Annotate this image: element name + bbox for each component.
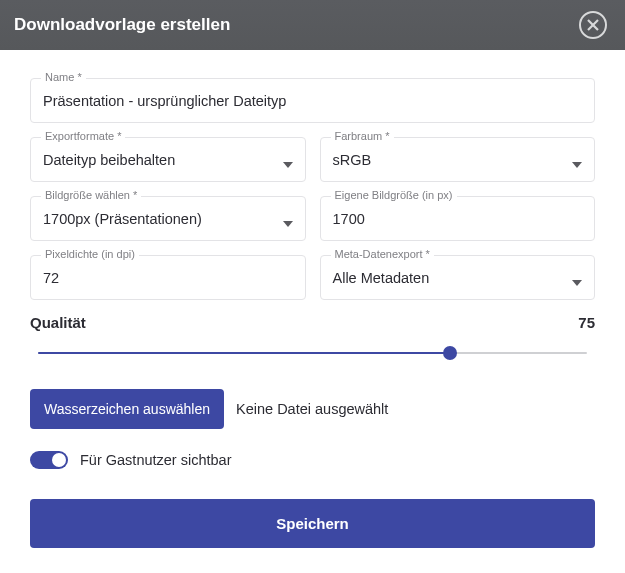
save-button[interactable]: Speichern <box>30 499 595 548</box>
slider-fill <box>38 352 450 354</box>
export-format-value: Dateityp beibehalten <box>43 152 175 168</box>
watermark-row: Wasserzeichen auswählen Keine Datei ausg… <box>30 389 595 429</box>
chevron-down-icon <box>572 155 582 165</box>
image-size-value: 1700px (Präsentationen) <box>43 211 202 227</box>
image-size-field[interactable]: Bildgröße wählen * 1700px (Präsentatione… <box>30 196 306 241</box>
color-space-value: sRGB <box>333 152 372 168</box>
custom-size-input[interactable] <box>321 197 595 240</box>
meta-export-select[interactable]: Alle Metadaten <box>321 256 595 299</box>
pixel-density-label: Pixeldichte (in dpi) <box>41 248 139 260</box>
name-field[interactable]: Name * <box>30 78 595 123</box>
toggle-thumb <box>52 453 66 467</box>
quality-header: Qualität 75 <box>30 314 595 331</box>
modal-body: Name * Exportformate * Dateityp beibehal… <box>0 50 625 573</box>
guest-toggle-label: Für Gastnutzer sichtbar <box>80 452 232 468</box>
name-label: Name * <box>41 71 86 83</box>
export-format-field[interactable]: Exportformate * Dateityp beibehalten <box>30 137 306 182</box>
slider-thumb[interactable] <box>443 346 457 360</box>
color-space-field[interactable]: Farbraum * sRGB <box>320 137 596 182</box>
quality-label: Qualität <box>30 314 86 331</box>
pixel-density-field[interactable]: Pixeldichte (in dpi) <box>30 255 306 300</box>
name-input[interactable] <box>31 79 594 122</box>
chevron-down-icon <box>572 273 582 283</box>
color-space-select[interactable]: sRGB <box>321 138 595 181</box>
chevron-down-icon <box>283 155 293 165</box>
guest-toggle-row: Für Gastnutzer sichtbar <box>30 451 595 469</box>
meta-export-value: Alle Metadaten <box>333 270 430 286</box>
export-format-select[interactable]: Dateityp beibehalten <box>31 138 305 181</box>
modal-header: Downloadvorlage erstellen <box>0 0 625 50</box>
export-format-label: Exportformate * <box>41 130 125 142</box>
close-button[interactable] <box>579 11 607 39</box>
color-space-label: Farbraum * <box>331 130 394 142</box>
meta-export-label: Meta-Datenexport * <box>331 248 434 260</box>
quality-slider[interactable] <box>30 339 595 367</box>
watermark-status: Keine Datei ausgewählt <box>236 401 388 417</box>
close-icon <box>587 19 599 31</box>
pixel-density-input[interactable] <box>31 256 305 299</box>
quality-value: 75 <box>578 314 595 331</box>
image-size-label: Bildgröße wählen * <box>41 189 141 201</box>
modal-title: Downloadvorlage erstellen <box>14 15 230 35</box>
chevron-down-icon <box>283 214 293 224</box>
custom-size-field[interactable]: Eigene Bildgröße (in px) <box>320 196 596 241</box>
meta-export-field[interactable]: Meta-Datenexport * Alle Metadaten <box>320 255 596 300</box>
watermark-button[interactable]: Wasserzeichen auswählen <box>30 389 224 429</box>
image-size-select[interactable]: 1700px (Präsentationen) <box>31 197 305 240</box>
custom-size-label: Eigene Bildgröße (in px) <box>331 189 457 201</box>
guest-toggle[interactable] <box>30 451 68 469</box>
